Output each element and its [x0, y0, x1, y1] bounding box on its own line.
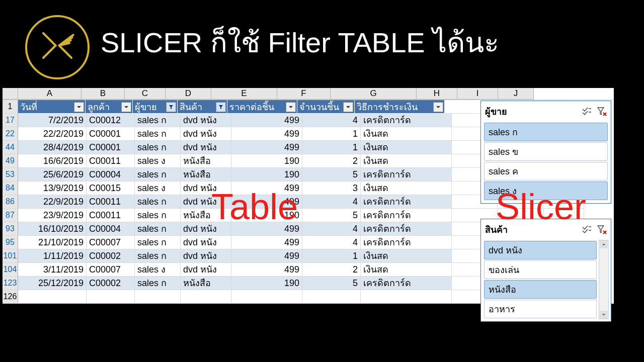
cell-customer[interactable]: C00011	[87, 195, 135, 209]
cell-payment[interactable]: เครดิตการ์ด	[361, 168, 452, 182]
cell-date[interactable]: 23/9/2019	[18, 209, 87, 222]
cell-customer[interactable]: C00002	[87, 249, 135, 263]
row-number[interactable]: 95	[3, 236, 18, 249]
row-number[interactable]: 84	[3, 182, 18, 195]
cell-customer[interactable]: C00011	[87, 154, 135, 168]
cell-seller[interactable]: sales ก	[135, 195, 181, 209]
cell-price[interactable]: 499	[231, 182, 302, 195]
cell-seller[interactable]: sales ก	[135, 236, 181, 249]
cell-seller[interactable]: sales ง	[135, 263, 181, 277]
cell-product[interactable]: dvd หนัง	[181, 263, 231, 277]
cell-customer[interactable]: C00001	[87, 127, 135, 141]
slicer-item[interactable]: ของเล่น	[484, 260, 597, 279]
filter-dropdown-icon[interactable]	[286, 102, 296, 112]
cell-payment[interactable]: เงินสด	[361, 249, 452, 263]
col-header-A[interactable]: A	[18, 88, 82, 100]
col-header-H[interactable]: H	[417, 88, 457, 100]
cell-seller[interactable]: sales ก	[135, 127, 181, 141]
cell-payment[interactable]: เครดิตการ์ด	[361, 277, 452, 290]
cell-product[interactable]: หนังสือ	[181, 154, 231, 168]
cell-qty[interactable]: 4	[302, 236, 361, 249]
cell-date[interactable]: 22/2/2019	[18, 127, 87, 141]
clear-filter-icon[interactable]	[597, 225, 607, 235]
filter-dropdown-icon[interactable]	[121, 102, 131, 112]
cell-qty[interactable]: 1	[302, 249, 361, 263]
col-header-D[interactable]: D	[166, 88, 211, 100]
cell-seller[interactable]: sales ก	[135, 114, 181, 127]
cell-payment[interactable]: เครดิตการ์ด	[361, 195, 452, 209]
filter-active-icon[interactable]	[166, 102, 176, 112]
cell-product[interactable]: dvd หนัง	[181, 182, 231, 195]
th-seller[interactable]: ผู้ขาย	[133, 100, 178, 113]
col-header-G[interactable]: G	[331, 88, 417, 100]
slicer-product[interactable]: สินค้า dvd หนังของเล่นหนังสืออาหาร	[480, 219, 611, 322]
cell-payment[interactable]: เงินสด	[361, 127, 452, 141]
cell-customer[interactable]: C00011	[87, 209, 135, 222]
cell-payment[interactable]: เครดิตการ์ด	[361, 209, 452, 222]
cell-seller[interactable]: sales ง	[135, 154, 181, 168]
filter-dropdown-icon[interactable]	[343, 102, 353, 112]
cell-price[interactable]: 499	[231, 141, 302, 154]
cell-product[interactable]: dvd หนัง	[181, 127, 231, 141]
cell-payment[interactable]: เงินสด	[361, 141, 452, 154]
row-number[interactable]: 44	[3, 141, 18, 154]
cell-payment[interactable]: เครดิตการ์ด	[361, 236, 452, 249]
th-date[interactable]: วันที่	[18, 100, 86, 113]
cell-customer[interactable]: C00007	[87, 263, 135, 277]
cell-product[interactable]: dvd หนัง	[181, 236, 231, 249]
row-number[interactable]: 104	[3, 263, 18, 277]
cell-seller[interactable]: sales ก	[135, 222, 181, 236]
col-header-I[interactable]: I	[457, 88, 498, 100]
cell-payment[interactable]: เงินสด	[361, 263, 452, 277]
slicer-item[interactable]: sales ค	[484, 162, 608, 180]
cell-price[interactable]: 499	[231, 127, 302, 141]
multi-select-icon[interactable]	[582, 107, 592, 117]
cell-customer[interactable]: C00004	[87, 222, 135, 236]
row-number[interactable]: 123	[3, 277, 18, 290]
col-header-E[interactable]: E	[211, 88, 277, 100]
cell-seller[interactable]: sales ก	[135, 249, 181, 263]
slicer-seller[interactable]: ผู้ขาย sales กsales ขsales คsales ง	[480, 101, 611, 204]
th-customer[interactable]: ลูกค้า	[86, 100, 133, 113]
scroll-down-icon[interactable]	[600, 311, 608, 319]
row-number[interactable]: 86	[3, 195, 18, 209]
cell-payment[interactable]: เงินสด	[361, 154, 452, 168]
row-number[interactable]: 17	[3, 114, 18, 127]
cell-price[interactable]: 499	[231, 263, 302, 277]
slicer-item[interactable]: อาหาร	[484, 300, 597, 318]
th-payment[interactable]: วิธีการชำระเงิน	[355, 100, 445, 113]
scroll-up-icon[interactable]	[600, 240, 608, 248]
cell-price[interactable]: 499	[231, 195, 302, 209]
row-number[interactable]: 49	[3, 154, 18, 168]
cell-price[interactable]: 190	[231, 168, 302, 182]
cell-price[interactable]: 190	[231, 209, 302, 222]
cell-qty[interactable]: 1	[302, 141, 361, 154]
cell-qty[interactable]: 5	[302, 277, 361, 290]
cell-product[interactable]: หนังสือ	[181, 168, 231, 182]
filter-active-icon[interactable]	[216, 102, 226, 112]
cell-date[interactable]: 22/9/2019	[18, 195, 87, 209]
cell-qty[interactable]: 4	[302, 195, 361, 209]
cell-seller[interactable]: sales ก	[135, 141, 181, 154]
cell-product[interactable]: หนังสือ	[181, 277, 231, 290]
cell-qty[interactable]: 4	[302, 222, 361, 236]
cell-date[interactable]: 7/2/2019	[18, 114, 87, 127]
cell-seller[interactable]: sales ก	[135, 168, 181, 182]
cell-payment[interactable]: เครดิตการ์ด	[361, 222, 452, 236]
row-number[interactable]: 1	[3, 100, 18, 114]
cell-price[interactable]: 499	[231, 114, 302, 127]
col-header-J[interactable]: J	[498, 88, 534, 100]
cell-qty[interactable]: 2	[302, 263, 361, 277]
slicer-scrollbar[interactable]	[599, 240, 609, 319]
col-header-C[interactable]: C	[125, 88, 166, 100]
cell-product[interactable]: หนังสือ	[181, 209, 231, 222]
cell-product[interactable]: dvd หนัง	[181, 222, 231, 236]
cell-qty[interactable]: 5	[302, 209, 361, 222]
cell-date[interactable]: 3/11/2019	[18, 263, 87, 277]
row-number[interactable]: 22	[3, 127, 18, 141]
cell-qty[interactable]: 4	[302, 114, 361, 127]
cell-price[interactable]: 190	[231, 154, 302, 168]
cell-date[interactable]: 25/6/2019	[18, 168, 87, 182]
cell-seller[interactable]: sales ง	[135, 182, 181, 195]
cell-seller[interactable]: sales ก	[135, 209, 181, 222]
